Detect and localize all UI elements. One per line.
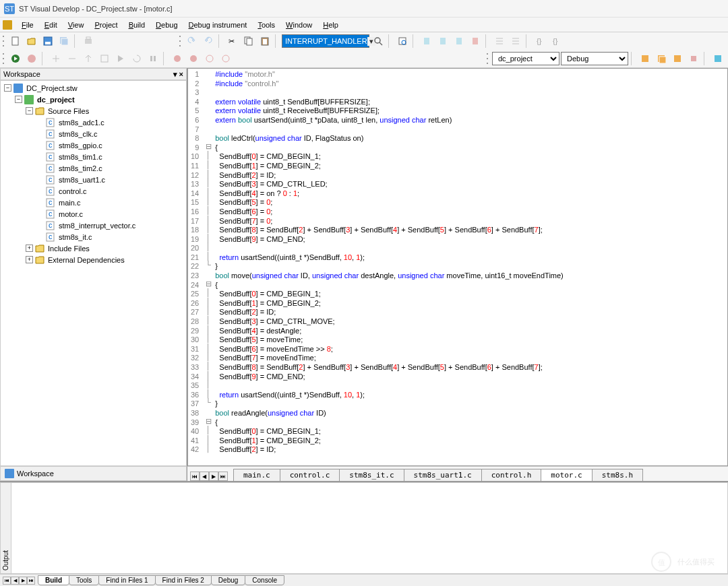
tree-node[interactable]: ccontrol.c — [2, 185, 185, 197]
tree-node[interactable]: cstm8s_gpio.c — [2, 139, 185, 151]
tab-next-button[interactable]: ▶ — [209, 471, 218, 481]
tree-node[interactable]: +External Dependencies — [2, 254, 185, 265]
svg-rect-64 — [5, 469, 14, 478]
copy-button[interactable] — [241, 34, 256, 48]
tree-node[interactable]: cstm8_interrupt_vector.c — [2, 220, 185, 231]
menu-edit[interactable]: Edit — [39, 20, 63, 30]
tree-node[interactable]: cstm8s_uart1.c — [2, 174, 185, 185]
pause-button[interactable] — [146, 51, 160, 66]
save-button[interactable] — [40, 34, 55, 48]
breakpoint-btn1[interactable] — [170, 51, 185, 66]
output-tab[interactable]: Debug — [211, 575, 245, 585]
continue-button[interactable] — [113, 51, 128, 66]
find-button[interactable] — [371, 34, 386, 48]
output-tab[interactable]: Find in Files 2 — [155, 575, 212, 585]
breakpoint-btn3[interactable] — [202, 51, 217, 66]
brace-match-button[interactable]: {} — [533, 34, 547, 48]
editor-tab[interactable]: stm8s.h — [592, 469, 643, 481]
menu-debug-instrument[interactable]: Debug instrument — [183, 20, 253, 30]
target-combo[interactable]: dc_project — [492, 52, 559, 65]
menu-tools[interactable]: Tools — [252, 20, 280, 30]
indent-in-button[interactable] — [492, 34, 507, 48]
tree-node[interactable]: −dc_project — [2, 94, 185, 105]
step-into-button[interactable] — [49, 51, 63, 66]
tab-last-button[interactable]: ⏭ — [218, 471, 228, 481]
menubar: FileEditViewProjectBuildDebugDebug instr… — [0, 18, 728, 32]
menu-window[interactable]: Window — [280, 20, 317, 30]
menu-view[interactable]: View — [63, 20, 90, 30]
settings-button[interactable] — [710, 51, 725, 66]
tree-node[interactable]: cmain.c — [2, 197, 185, 208]
tree-node[interactable]: −DC_Project.stw — [2, 82, 185, 94]
output-tab[interactable]: Build — [38, 575, 69, 585]
code-editor[interactable]: 1234567891011121314151617181920212223242… — [187, 68, 728, 466]
tree-node[interactable]: cstm8s_clk.c — [2, 128, 185, 139]
run-to-cursor-button[interactable] — [97, 51, 112, 66]
open-button[interactable] — [24, 34, 39, 48]
output-tab[interactable]: Console — [245, 575, 284, 585]
editor-tab[interactable]: stm8s_it.c — [339, 469, 404, 481]
output-tab[interactable]: Find in Files 1 — [98, 575, 155, 585]
tree-node[interactable]: −Source Files — [2, 105, 185, 117]
bookmark-toggle-button[interactable] — [419, 34, 434, 48]
stop-build-button[interactable] — [686, 51, 701, 66]
breakpoint-btn2[interactable] — [186, 51, 201, 66]
tree-node[interactable]: cstm8s_it.c — [2, 231, 185, 242]
paste-button[interactable] — [257, 34, 272, 48]
editor-tab[interactable]: stm8s_uart1.c — [404, 469, 482, 481]
workspace-tree[interactable]: −DC_Project.stw−dc_project−Source Filesc… — [0, 80, 187, 466]
menu-debug[interactable]: Debug — [150, 20, 183, 30]
tree-node[interactable]: cstm8s_tim1.c — [2, 151, 185, 162]
workspace-close-button[interactable]: ▾ × — [173, 70, 183, 79]
config-combo[interactable]: Debug — [561, 52, 628, 65]
debug-stop-button[interactable] — [24, 51, 39, 66]
redo-button[interactable] — [201, 34, 216, 48]
tree-node[interactable]: cstm8s_adc1.c — [2, 117, 185, 128]
menu-help[interactable]: Help — [317, 20, 344, 30]
new-file-button[interactable] — [8, 34, 23, 48]
step-out-button[interactable] — [81, 51, 96, 66]
menu-project[interactable]: Project — [89, 20, 123, 30]
tree-node[interactable]: cmotor.c — [2, 208, 185, 220]
undo-button[interactable] — [185, 34, 200, 48]
tree-node[interactable]: +Include Files — [2, 242, 185, 254]
workspace-tab[interactable]: Workspace — [0, 466, 187, 481]
svg-rect-5 — [45, 42, 51, 44]
compile-button[interactable] — [638, 51, 653, 66]
indent-out-button[interactable] — [508, 34, 523, 48]
editor-tab[interactable]: motor.c — [541, 469, 592, 481]
brace-select-button[interactable]: {} — [549, 34, 564, 48]
bookmark-next-button[interactable] — [435, 34, 450, 48]
editor-tab[interactable]: control.c — [280, 469, 340, 481]
otab-first-button[interactable]: ⏮ — [3, 577, 11, 585]
rebuild-button[interactable] — [670, 51, 685, 66]
breakpoint-btn4[interactable] — [218, 51, 233, 66]
menu-build[interactable]: Build — [123, 20, 150, 30]
otab-last-button[interactable]: ⏭ — [27, 577, 35, 585]
debug-start-button[interactable] — [8, 51, 23, 66]
step-over-button[interactable] — [65, 51, 80, 66]
symbol-combo[interactable]: INTERRUPT_HANDLER — [282, 34, 369, 48]
otab-prev-button[interactable]: ◀ — [11, 577, 19, 585]
svg-rect-12 — [247, 38, 252, 45]
output-text[interactable] — [11, 483, 727, 573]
svg-rect-21 — [456, 38, 462, 44]
cut-button[interactable]: ✂ — [225, 34, 240, 48]
tree-node[interactable]: cstm8s_tim2.c — [2, 162, 185, 174]
otab-next-button[interactable]: ▶ — [19, 577, 27, 585]
bookmark-prev-button[interactable] — [452, 34, 466, 48]
output-tab[interactable]: Tools — [69, 575, 99, 585]
print-button[interactable] — [81, 34, 96, 48]
menu-file[interactable]: File — [16, 20, 39, 30]
tab-prev-button[interactable]: ◀ — [200, 471, 209, 481]
editor-tab[interactable]: main.c — [233, 469, 280, 481]
save-all-button[interactable] — [57, 34, 71, 48]
restart-button[interactable] — [129, 51, 144, 66]
bookmark-clear-button[interactable] — [468, 34, 483, 48]
app-icon: ST — [4, 3, 15, 14]
editor-tab[interactable]: control.h — [481, 469, 542, 481]
build-button[interactable] — [654, 51, 669, 66]
tab-first-button[interactable]: ⏮ — [190, 471, 200, 481]
svg-text:c: c — [49, 129, 53, 137]
find-in-files-button[interactable] — [395, 34, 410, 48]
